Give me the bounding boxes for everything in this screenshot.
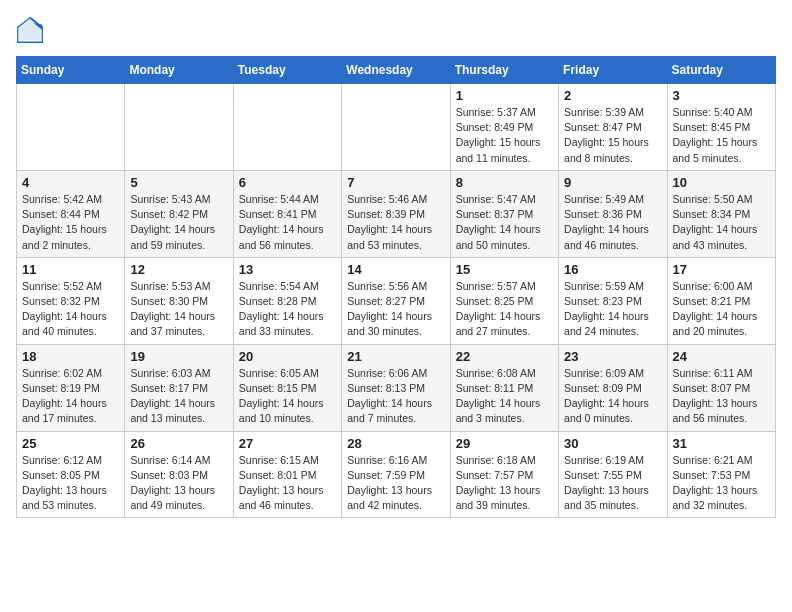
weekday-header-friday: Friday [559,57,667,84]
calendar-empty-cell [125,84,233,171]
day-info: Sunrise: 6:02 AMSunset: 8:19 PMDaylight:… [22,366,119,427]
day-number: 2 [564,88,661,103]
day-info: Sunrise: 5:56 AMSunset: 8:27 PMDaylight:… [347,279,444,340]
day-number: 24 [673,349,770,364]
calendar-day-cell: 27Sunrise: 6:15 AMSunset: 8:01 PMDayligh… [233,431,341,518]
calendar-day-cell: 2Sunrise: 5:39 AMSunset: 8:47 PMDaylight… [559,84,667,171]
day-info: Sunrise: 5:49 AMSunset: 8:36 PMDaylight:… [564,192,661,253]
day-info: Sunrise: 5:47 AMSunset: 8:37 PMDaylight:… [456,192,553,253]
day-info: Sunrise: 5:52 AMSunset: 8:32 PMDaylight:… [22,279,119,340]
calendar-day-cell: 20Sunrise: 6:05 AMSunset: 8:15 PMDayligh… [233,344,341,431]
calendar-day-cell: 15Sunrise: 5:57 AMSunset: 8:25 PMDayligh… [450,257,558,344]
day-number: 19 [130,349,227,364]
calendar-day-cell: 14Sunrise: 5:56 AMSunset: 8:27 PMDayligh… [342,257,450,344]
logo-icon [16,16,44,44]
day-number: 14 [347,262,444,277]
page-header [16,16,776,44]
calendar-day-cell: 9Sunrise: 5:49 AMSunset: 8:36 PMDaylight… [559,170,667,257]
day-number: 11 [22,262,119,277]
calendar-week-row: 4Sunrise: 5:42 AMSunset: 8:44 PMDaylight… [17,170,776,257]
weekday-header-monday: Monday [125,57,233,84]
day-info: Sunrise: 5:54 AMSunset: 8:28 PMDaylight:… [239,279,336,340]
calendar-empty-cell [342,84,450,171]
day-number: 28 [347,436,444,451]
calendar-day-cell: 24Sunrise: 6:11 AMSunset: 8:07 PMDayligh… [667,344,775,431]
calendar-day-cell: 28Sunrise: 6:16 AMSunset: 7:59 PMDayligh… [342,431,450,518]
calendar-day-cell: 30Sunrise: 6:19 AMSunset: 7:55 PMDayligh… [559,431,667,518]
day-info: Sunrise: 5:39 AMSunset: 8:47 PMDaylight:… [564,105,661,166]
day-number: 10 [673,175,770,190]
day-number: 23 [564,349,661,364]
day-info: Sunrise: 5:53 AMSunset: 8:30 PMDaylight:… [130,279,227,340]
day-number: 22 [456,349,553,364]
day-number: 3 [673,88,770,103]
calendar-day-cell: 31Sunrise: 6:21 AMSunset: 7:53 PMDayligh… [667,431,775,518]
calendar-day-cell: 7Sunrise: 5:46 AMSunset: 8:39 PMDaylight… [342,170,450,257]
day-number: 15 [456,262,553,277]
day-number: 13 [239,262,336,277]
calendar-day-cell: 29Sunrise: 6:18 AMSunset: 7:57 PMDayligh… [450,431,558,518]
calendar-day-cell: 6Sunrise: 5:44 AMSunset: 8:41 PMDaylight… [233,170,341,257]
day-number: 17 [673,262,770,277]
day-number: 5 [130,175,227,190]
day-number: 27 [239,436,336,451]
day-info: Sunrise: 6:05 AMSunset: 8:15 PMDaylight:… [239,366,336,427]
day-number: 12 [130,262,227,277]
day-info: Sunrise: 5:37 AMSunset: 8:49 PMDaylight:… [456,105,553,166]
weekday-header-row: SundayMondayTuesdayWednesdayThursdayFrid… [17,57,776,84]
day-info: Sunrise: 6:12 AMSunset: 8:05 PMDaylight:… [22,453,119,514]
day-number: 21 [347,349,444,364]
calendar-week-row: 18Sunrise: 6:02 AMSunset: 8:19 PMDayligh… [17,344,776,431]
day-info: Sunrise: 6:19 AMSunset: 7:55 PMDaylight:… [564,453,661,514]
day-number: 18 [22,349,119,364]
calendar-day-cell: 21Sunrise: 6:06 AMSunset: 8:13 PMDayligh… [342,344,450,431]
calendar-day-cell: 13Sunrise: 5:54 AMSunset: 8:28 PMDayligh… [233,257,341,344]
calendar-day-cell: 16Sunrise: 5:59 AMSunset: 8:23 PMDayligh… [559,257,667,344]
calendar-day-cell: 25Sunrise: 6:12 AMSunset: 8:05 PMDayligh… [17,431,125,518]
day-number: 8 [456,175,553,190]
logo [16,16,48,44]
day-number: 30 [564,436,661,451]
calendar-day-cell: 5Sunrise: 5:43 AMSunset: 8:42 PMDaylight… [125,170,233,257]
day-info: Sunrise: 5:42 AMSunset: 8:44 PMDaylight:… [22,192,119,253]
day-number: 9 [564,175,661,190]
day-info: Sunrise: 6:14 AMSunset: 8:03 PMDaylight:… [130,453,227,514]
day-info: Sunrise: 5:40 AMSunset: 8:45 PMDaylight:… [673,105,770,166]
day-number: 6 [239,175,336,190]
calendar-day-cell: 8Sunrise: 5:47 AMSunset: 8:37 PMDaylight… [450,170,558,257]
day-info: Sunrise: 5:44 AMSunset: 8:41 PMDaylight:… [239,192,336,253]
calendar-table: SundayMondayTuesdayWednesdayThursdayFrid… [16,56,776,518]
calendar-day-cell: 4Sunrise: 5:42 AMSunset: 8:44 PMDaylight… [17,170,125,257]
calendar-day-cell: 1Sunrise: 5:37 AMSunset: 8:49 PMDaylight… [450,84,558,171]
day-info: Sunrise: 6:16 AMSunset: 7:59 PMDaylight:… [347,453,444,514]
day-number: 16 [564,262,661,277]
weekday-header-wednesday: Wednesday [342,57,450,84]
day-number: 26 [130,436,227,451]
calendar-day-cell: 19Sunrise: 6:03 AMSunset: 8:17 PMDayligh… [125,344,233,431]
weekday-header-thursday: Thursday [450,57,558,84]
day-info: Sunrise: 5:46 AMSunset: 8:39 PMDaylight:… [347,192,444,253]
day-info: Sunrise: 5:43 AMSunset: 8:42 PMDaylight:… [130,192,227,253]
day-info: Sunrise: 6:03 AMSunset: 8:17 PMDaylight:… [130,366,227,427]
day-info: Sunrise: 6:21 AMSunset: 7:53 PMDaylight:… [673,453,770,514]
day-info: Sunrise: 5:57 AMSunset: 8:25 PMDaylight:… [456,279,553,340]
day-info: Sunrise: 6:11 AMSunset: 8:07 PMDaylight:… [673,366,770,427]
calendar-day-cell: 3Sunrise: 5:40 AMSunset: 8:45 PMDaylight… [667,84,775,171]
day-info: Sunrise: 6:18 AMSunset: 7:57 PMDaylight:… [456,453,553,514]
weekday-header-tuesday: Tuesday [233,57,341,84]
weekday-header-sunday: Sunday [17,57,125,84]
calendar-day-cell: 17Sunrise: 6:00 AMSunset: 8:21 PMDayligh… [667,257,775,344]
day-number: 4 [22,175,119,190]
day-number: 25 [22,436,119,451]
calendar-day-cell: 26Sunrise: 6:14 AMSunset: 8:03 PMDayligh… [125,431,233,518]
day-number: 1 [456,88,553,103]
calendar-day-cell: 18Sunrise: 6:02 AMSunset: 8:19 PMDayligh… [17,344,125,431]
calendar-day-cell: 22Sunrise: 6:08 AMSunset: 8:11 PMDayligh… [450,344,558,431]
day-info: Sunrise: 6:06 AMSunset: 8:13 PMDaylight:… [347,366,444,427]
calendar-week-row: 11Sunrise: 5:52 AMSunset: 8:32 PMDayligh… [17,257,776,344]
calendar-day-cell: 11Sunrise: 5:52 AMSunset: 8:32 PMDayligh… [17,257,125,344]
day-info: Sunrise: 6:00 AMSunset: 8:21 PMDaylight:… [673,279,770,340]
day-info: Sunrise: 5:59 AMSunset: 8:23 PMDaylight:… [564,279,661,340]
calendar-empty-cell [233,84,341,171]
calendar-empty-cell [17,84,125,171]
